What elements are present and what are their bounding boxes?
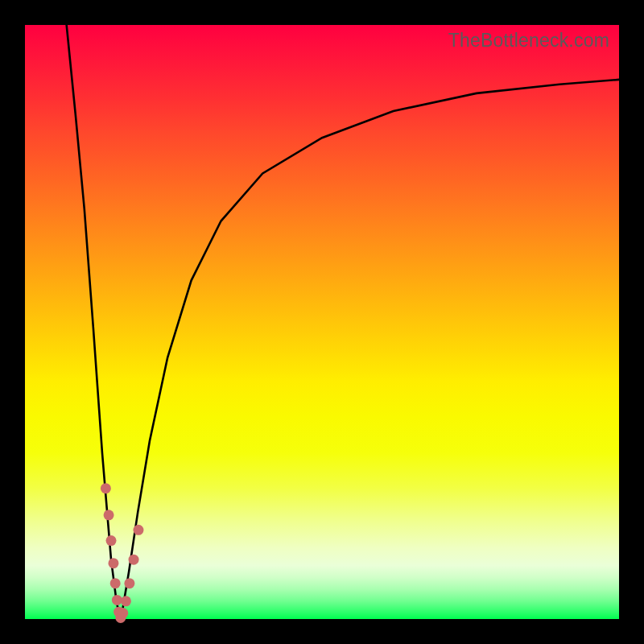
dot — [121, 596, 131, 606]
dot — [101, 483, 111, 493]
curve-left — [67, 25, 121, 619]
chart-frame: TheBottleneck.com — [0, 0, 644, 644]
dot — [112, 595, 122, 605]
dot — [110, 578, 121, 588]
dot — [118, 608, 128, 618]
chart-plot-area: TheBottleneck.com — [25, 25, 619, 619]
dot — [124, 578, 134, 588]
dot — [108, 558, 118, 568]
dot — [133, 525, 143, 535]
curve-right — [121, 80, 619, 619]
dot — [104, 510, 114, 520]
chart-svg — [25, 25, 619, 619]
dot — [106, 535, 117, 546]
dot — [129, 555, 139, 565]
